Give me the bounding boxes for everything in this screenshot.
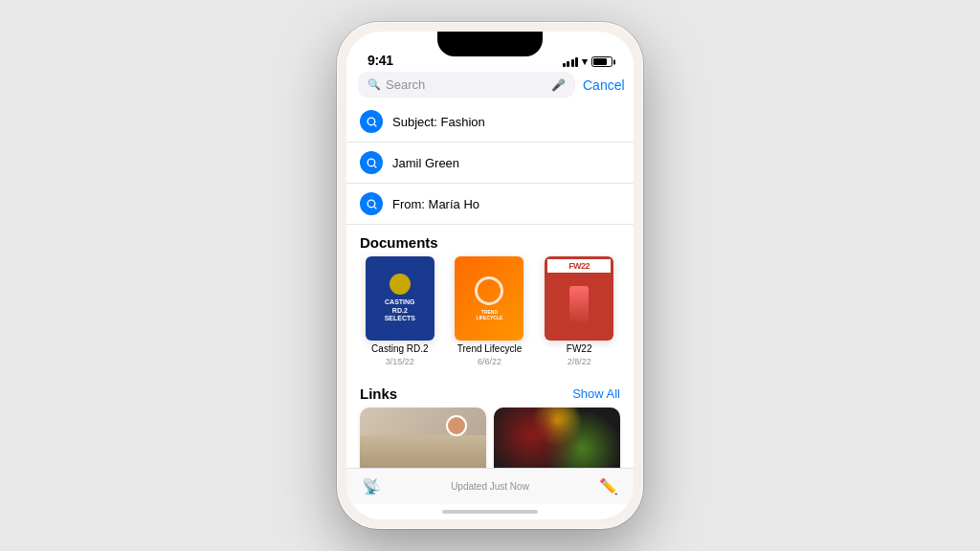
home-indicator-bar [442, 510, 538, 514]
search-icon: 🔍 [368, 78, 381, 91]
link-thumb-azure [360, 408, 486, 468]
battery-icon [591, 56, 612, 67]
update-status: Updated Just Now [451, 481, 529, 492]
svg-line-1 [373, 123, 375, 125]
show-all-button[interactable]: Show All [572, 386, 620, 401]
mic-icon[interactable]: 🎤 [551, 78, 566, 92]
links-title: Links [360, 386, 397, 402]
doc-date-fw22: 2/8/22 [568, 357, 591, 366]
documents-section-header: Documents [346, 225, 634, 256]
doc-name-casting: Casting RD.2 [371, 343, 428, 354]
bottom-bar: 📡 Updated Just Now ✏️ [346, 468, 634, 504]
doc-date-casting: 3/15/22 [386, 357, 414, 366]
wifi-icon: ▾ [582, 55, 588, 68]
home-indicator [346, 504, 634, 519]
links-section-header: Links Show All [346, 376, 634, 408]
new-message-icon[interactable]: ✏️ [599, 477, 618, 496]
doc-item-trend[interactable]: TRENDLIFECYCLE Trend Lifecycle 6/6/22 [450, 256, 530, 366]
phone-frame: 9:41 ▾ 🔍 🎤 Cancel [337, 22, 643, 529]
link-item-azure[interactable]: Azure Magazine azuremagazine.com [360, 408, 486, 468]
doc-date-trend: 6/6/22 [478, 357, 501, 366]
suggestions-list: Subject: Fashion Jamil Green From: María… [346, 101, 634, 225]
signal-icon [563, 57, 579, 67]
suggestion-text-2: Jamil Green [392, 156, 459, 170]
documents-grid: CASTINGRD.2SELECTS Casting RD.2 3/15/22 … [346, 256, 634, 376]
search-input[interactable] [386, 77, 546, 92]
suggestion-text-1: Subject: Fashion [392, 115, 485, 129]
documents-title: Documents [360, 234, 438, 251]
doc-thumb-fw22: FW22 [545, 256, 613, 341]
search-input-wrap[interactable]: 🔍 🎤 [358, 72, 575, 98]
suggestion-icon-2 [360, 151, 383, 174]
doc-item-casting[interactable]: CASTINGRD.2SELECTS Casting RD.2 3/15/22 [360, 256, 440, 366]
search-bar: 🔍 🎤 Cancel [346, 72, 634, 98]
doc-thumb-casting: CASTINGRD.2SELECTS [366, 256, 434, 341]
phone-screen: 9:41 ▾ 🔍 🎤 Cancel [346, 32, 634, 519]
doc-name-trend: Trend Lifecycle [457, 343, 522, 354]
doc-item-fw22[interactable]: FW22 FW22 2/8/22 [539, 256, 619, 366]
suggestion-icon-1 [360, 110, 383, 133]
scroll-content: Documents CASTINGRD.2SELECTS Casting RD.… [346, 225, 634, 468]
suggestion-text-3: From: María Ho [392, 197, 479, 211]
suggestion-icon-3 [360, 192, 383, 215]
suggestion-item-1[interactable]: Subject: Fashion [346, 101, 634, 143]
suggestion-item-2[interactable]: Jamil Green [346, 143, 634, 184]
link-thumb-apartamento [494, 408, 620, 468]
svg-line-5 [373, 206, 375, 208]
status-time: 9:41 [368, 53, 393, 68]
status-icons: ▾ [563, 55, 613, 68]
link-item-apartamento[interactable]: Apartamento Maga... apartamentomagazine.… [494, 408, 620, 468]
svg-point-2 [368, 159, 375, 166]
cancel-button[interactable]: Cancel [583, 77, 625, 93]
links-grid: Azure Magazine azuremagazine.com Apartam… [346, 408, 634, 468]
suggestion-item-3[interactable]: From: María Ho [346, 184, 634, 225]
notch [437, 32, 543, 56]
doc-thumb-trend: TRENDLIFECYCLE [455, 256, 523, 341]
svg-line-3 [373, 165, 375, 166]
svg-point-0 [368, 118, 375, 125]
svg-point-4 [368, 200, 375, 208]
compose-icon[interactable]: 📡 [362, 477, 381, 496]
doc-name-fw22: FW22 [567, 343, 592, 354]
